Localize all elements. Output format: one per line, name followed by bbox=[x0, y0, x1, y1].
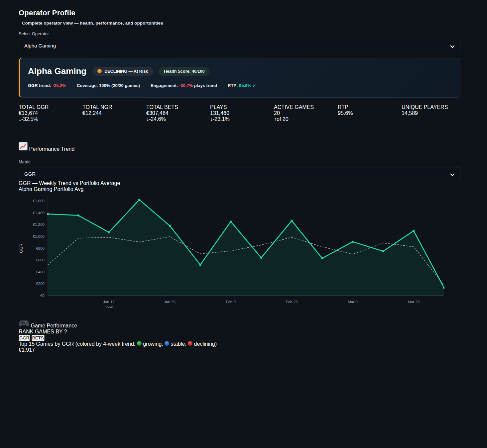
operator-health-card: Alpha Gaming DECLINING — At Risk Health … bbox=[19, 58, 460, 98]
ggr-trend-stat: GGR trend: -25.2% bbox=[28, 83, 66, 88]
data-point-marker bbox=[169, 225, 171, 227]
y-tick-label: €400 bbox=[36, 270, 45, 274]
kpi-unique-players: UNIQUE PLAYERS 14,589 bbox=[402, 104, 460, 141]
arrow-down-icon: ↓ bbox=[19, 116, 21, 122]
page: Operator Profile Complete operator view … bbox=[19, 0, 460, 414]
data-point-marker bbox=[108, 231, 110, 233]
delta-badge: ↓-23.1% bbox=[210, 116, 230, 122]
operator-select-value: Alpha Gaming bbox=[24, 43, 56, 48]
kpi-total-ggr: TOTAL GGR €13,674 ↓-32.5% bbox=[19, 104, 77, 141]
kpi-active-games: ACTIVE GAMES 20 ↑of 20 bbox=[274, 104, 332, 141]
data-point-marker bbox=[352, 241, 354, 243]
chart-legend: Alpha Gaming Portfolio Avg bbox=[19, 186, 460, 192]
kpi-total-bets: TOTAL BETS €307,484 ↓-24.6% bbox=[146, 104, 205, 141]
status-badge: DECLINING — At Risk bbox=[92, 67, 153, 76]
arrow-down-icon: ↓ bbox=[210, 116, 213, 122]
trend-chart-panel: GGR — Weekly Trend vs Portfolio Average … bbox=[19, 180, 460, 310]
kpi-rtp: RTP 95.6% bbox=[338, 104, 396, 141]
data-point-marker bbox=[230, 221, 232, 223]
data-point-marker bbox=[47, 213, 49, 215]
y-tick-label: €1,600 bbox=[33, 199, 45, 203]
gamepad-icon bbox=[19, 323, 31, 328]
performance-trend-title: Performance Trend bbox=[29, 146, 74, 152]
metric-select[interactable]: GGR bbox=[19, 167, 460, 180]
help-icon[interactable]: ? bbox=[64, 329, 67, 334]
y-tick-label: €1,400 bbox=[33, 211, 45, 215]
health-score-badge: Health Score: 40/100 bbox=[159, 67, 209, 76]
rank-games-by-label: RANK GAMES BY ? bbox=[19, 329, 460, 335]
y-tick-label: €800 bbox=[36, 246, 45, 250]
y-tick-label: €200 bbox=[36, 282, 45, 286]
delta-badge: ↑of 20 bbox=[274, 116, 289, 122]
rank-toggle-group: GGR BETS bbox=[19, 335, 460, 341]
chart-increasing-icon bbox=[19, 146, 29, 152]
area-fill bbox=[48, 200, 444, 296]
coverage-stat: Coverage: 100% (20/20 games) bbox=[77, 83, 140, 88]
select-operator-label: Select Operator bbox=[19, 31, 460, 36]
operator-select[interactable]: Alpha Gaming bbox=[19, 39, 460, 52]
legend-portfolio-avg[interactable]: Portfolio Avg bbox=[54, 186, 84, 192]
page-title: Operator Profile bbox=[19, 9, 460, 17]
data-point-marker bbox=[199, 264, 201, 266]
x-tick-label: Mar 23 bbox=[408, 300, 420, 304]
status-badge-label: DECLINING — At Risk bbox=[104, 69, 148, 74]
y-tick-label: €0 bbox=[40, 294, 45, 298]
y-axis-title: GGR bbox=[19, 243, 24, 253]
blue-dot-icon bbox=[165, 341, 169, 346]
x-tick-label: Mar 9 bbox=[348, 300, 357, 304]
game-performance-heading: Game Performance bbox=[19, 319, 460, 329]
page-subtitle: Complete operator view — health, perform… bbox=[19, 21, 460, 26]
delta-badge: ↓-32.5% bbox=[19, 116, 38, 122]
chevron-down-icon bbox=[450, 172, 455, 178]
top-games-panel: Top 15 Games by GGR (colored by 4-week t… bbox=[19, 341, 460, 414]
metric-select-value: GGR bbox=[24, 171, 36, 177]
y-tick-label: €1,000 bbox=[33, 234, 45, 238]
rtp-stat: RTP: 95.6% ✓ bbox=[228, 83, 256, 88]
data-point-marker bbox=[382, 250, 384, 252]
legend-alpha-gaming[interactable]: Alpha Gaming bbox=[19, 186, 52, 192]
data-point-marker bbox=[291, 220, 293, 222]
arrow-down-icon: ↓ bbox=[146, 116, 149, 122]
arrow-up-icon: ↑ bbox=[274, 116, 277, 122]
metric-label: Metric bbox=[19, 159, 460, 164]
clipped-bar-chart-top: €1,917 bbox=[19, 347, 460, 353]
data-point-marker bbox=[260, 257, 262, 259]
y-tick-label: €600 bbox=[36, 258, 45, 262]
x-tick-label: Jan 12 bbox=[103, 300, 115, 304]
toggle-bets-button[interactable]: BETS bbox=[32, 335, 45, 341]
trend-chart[interactable]: €0€200€400€600€800€1,000€1,200€1,400€1,6… bbox=[19, 192, 460, 310]
orange-status-icon bbox=[97, 69, 102, 73]
toggle-ggr-button[interactable]: GGR bbox=[19, 335, 30, 341]
data-point-marker bbox=[321, 257, 323, 259]
top-games-title: Top 15 Games by GGR (colored by 4-week t… bbox=[19, 341, 460, 347]
delta-badge: ↓-24.6% bbox=[146, 116, 166, 122]
x-tick-label: Feb 23 bbox=[286, 300, 298, 304]
data-point-marker bbox=[413, 230, 415, 232]
game-performance-title: Game Performance bbox=[31, 323, 77, 328]
kpi-plays: PLAYS 131,460 ↓-23.1% bbox=[210, 104, 269, 141]
performance-trend-heading: Performance Trend bbox=[19, 141, 460, 152]
data-point-marker bbox=[138, 199, 140, 201]
x-tick-label: Jan 26 bbox=[164, 300, 176, 304]
red-dot-icon bbox=[188, 341, 192, 346]
data-point-marker bbox=[77, 215, 79, 217]
green-dot-icon bbox=[137, 341, 142, 346]
y-tick-label: €1,200 bbox=[33, 223, 45, 226]
kpi-total-ngr: TOTAL NGR €12,244 bbox=[82, 104, 141, 141]
operator-name: Alpha Gaming bbox=[28, 66, 86, 76]
engagement-stat: Engagement: -30.7% plays trend bbox=[151, 83, 217, 88]
trend-chart-svg: €0€200€400€600€800€1,000€1,200€1,400€1,6… bbox=[19, 192, 444, 308]
chevron-down-icon bbox=[450, 44, 455, 49]
chart-title: GGR — Weekly Trend vs Portfolio Average bbox=[19, 180, 460, 186]
x-tick-label: Feb 9 bbox=[226, 300, 235, 304]
kpi-row: TOTAL GGR €13,674 ↓-32.5% TOTAL NGR €12,… bbox=[19, 104, 460, 141]
x-tick-year: 2025 bbox=[105, 306, 113, 308]
health-score-label: Health Score: 40/100 bbox=[164, 69, 204, 74]
